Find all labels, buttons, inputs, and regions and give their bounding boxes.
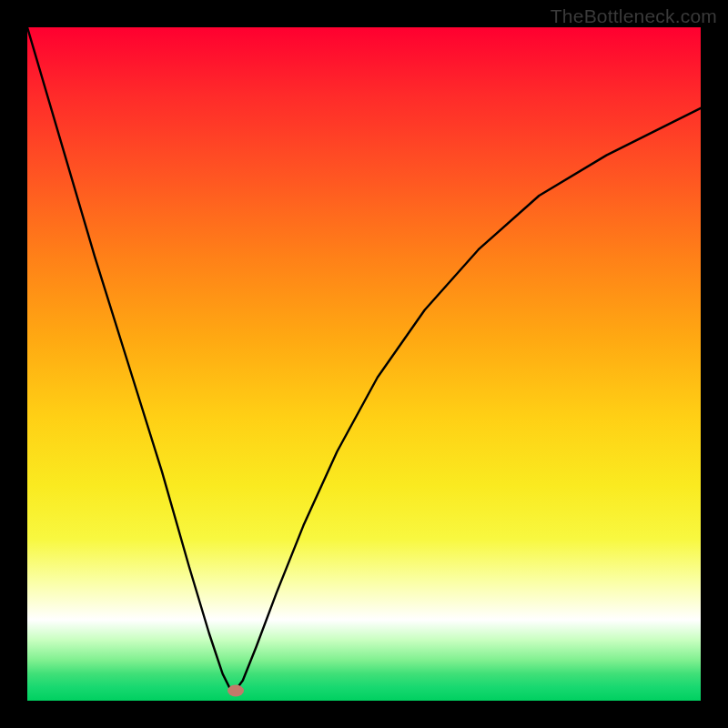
chart-frame: TheBottleneck.com — [0, 0, 728, 728]
bottleneck-curve — [27, 27, 701, 701]
plot-area — [27, 27, 701, 701]
curve-polyline — [27, 27, 701, 694]
watermark-text: TheBottleneck.com — [551, 5, 717, 27]
marker-dot — [228, 684, 244, 696]
